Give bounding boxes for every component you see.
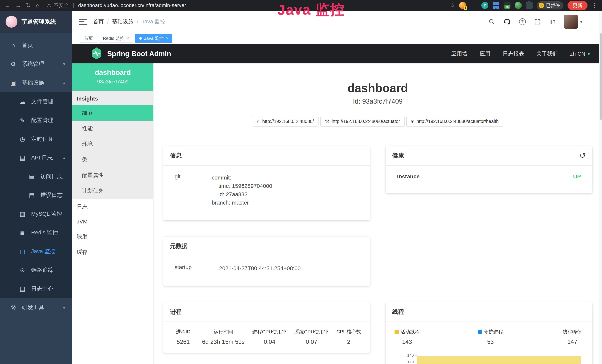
annotation-text: Java 监控 — [277, 0, 345, 20]
live-threads-swatch-icon — [395, 330, 399, 334]
instance-nav-jvm[interactable]: JVM — [72, 214, 153, 229]
y-extension-icon[interactable]: Y — [481, 2, 488, 9]
sidebar-item-system-mgmt[interactable]: ⚙ 系统管理 ▾ — [0, 55, 72, 74]
app-title: 芋道管理系统 — [22, 18, 56, 26]
fox-extension-icon[interactable]: 1 — [459, 2, 466, 9]
font-size-icon[interactable]: TT — [549, 18, 555, 25]
instance-nav-scheduled-tasks[interactable]: 计划任务 — [72, 183, 153, 199]
breadcrumb-separator: / — [107, 19, 109, 25]
instance-nav-logs[interactable]: 日志 — [72, 199, 153, 214]
fullscreen-icon[interactable] — [534, 19, 541, 25]
tab-redis-monitor[interactable]: Redis 监控 × — [99, 34, 133, 43]
tab-home[interactable]: 首页 — [80, 34, 97, 43]
search-icon[interactable] — [488, 18, 495, 25]
browser-menu-icon[interactable]: ⋮ — [592, 2, 598, 8]
link-url: http://192.168.0.2:48080/actuator/health — [416, 119, 499, 124]
document-icon: ▤ — [28, 192, 36, 199]
health-url-link[interactable]: ♥ http://192.168.0.2:48080/actuator/heal… — [406, 116, 503, 127]
info-card-title: 信息 — [170, 151, 182, 160]
user-avatar[interactable]: ▾ — [564, 15, 582, 29]
threads-chart: 140 120 100 — [395, 352, 584, 364]
sidebar-item-label: Redis 监控 — [31, 229, 58, 236]
log-icon: ▤ — [19, 154, 26, 161]
grid-extension-icon[interactable] — [493, 2, 499, 9]
instance-url-link[interactable]: ⌂ http://192.168.0.2:48080/ — [252, 116, 318, 127]
browser-back-icon[interactable]: ← — [4, 2, 10, 8]
sidebar-item-config-mgmt[interactable]: ✎ 配置管理 — [0, 111, 72, 130]
logo-image — [6, 16, 17, 28]
bookmark-star-icon[interactable]: ☆ — [450, 2, 455, 8]
process-metric: 运行时间 6d 23h 15m 59s — [202, 329, 245, 345]
edit-icon: ✎ — [19, 117, 26, 124]
instance-nav-details[interactable]: 细节 — [72, 105, 153, 121]
instance-nav-caches[interactable]: 缓存 — [72, 244, 153, 260]
browser-forward-icon[interactable]: → — [15, 2, 21, 8]
sidebar-item-java-monitor[interactable]: ▢ Java 监控 — [0, 242, 72, 261]
sba-nav-applications[interactable]: 应用 — [480, 50, 490, 57]
sba-nav-wallboard[interactable]: 应用墙 — [451, 50, 467, 57]
git-branch-line: branch: master — [212, 198, 272, 207]
mysql-icon: ▦ — [19, 211, 26, 217]
git-id-line: id: 27aa832 — [212, 190, 272, 198]
sidebar-item-dev-tools[interactable]: ⚒ 研发工具 ▾ — [0, 298, 72, 317]
sba-nav-about[interactable]: 关于我们 — [536, 50, 558, 57]
instance-header[interactable]: dashboard 93a3fc7f7409 — [72, 64, 153, 91]
process-metric: CPU核心数 2 — [336, 329, 361, 345]
github-icon[interactable] — [504, 18, 511, 25]
sidebar-item-infrastructure[interactable]: ▣ 基础设施 ▴ — [0, 74, 72, 92]
sidebar-item-label: 文件管理 — [31, 98, 54, 105]
close-icon[interactable]: × — [166, 36, 168, 41]
drop-extension-icon[interactable] — [470, 2, 477, 9]
instance-nav-config-props[interactable]: 配置属性 — [72, 167, 153, 183]
status-badge: UP — [573, 173, 581, 180]
sidebar-item-log-center[interactable]: ▤ 日志中心 — [0, 279, 72, 298]
tab-java-monitor[interactable]: Java 监控 × — [135, 34, 172, 43]
sidebar-item-api-logs[interactable]: ▤ API 日志 ▴ — [0, 148, 72, 167]
instance-links: ⌂ http://192.168.0.2:48080/ ⚒ http://192… — [163, 116, 592, 127]
leaf-extension-icon[interactable] — [515, 2, 522, 9]
sidebar-item-mysql-monitor[interactable]: ▦ MySQL 监控 — [0, 204, 72, 223]
sba-locale-select[interactable]: zh-CN ▾ — [570, 51, 590, 57]
breadcrumb-home[interactable]: 首页 — [93, 18, 104, 25]
paused-badge[interactable]: ☺ 已暂停 — [537, 1, 563, 10]
actuator-url-link[interactable]: ⚒ http://192.168.0.2:48080/actuator — [320, 116, 405, 127]
sidebar-item-tracing[interactable]: ⊙ 链路追踪 — [0, 261, 72, 279]
sidebar-item-redis-monitor[interactable]: ≣ Redis 监控 — [0, 223, 72, 242]
browser-update-button[interactable]: 更新 — [568, 1, 588, 10]
instance-nav-mappings[interactable]: 映射 — [72, 229, 153, 244]
sidebar-item-label: 链路追踪 — [31, 266, 54, 274]
help-icon[interactable]: ? — [519, 18, 526, 25]
tags-view: 首页 Redis 监控 × Java 监控 × — [72, 33, 602, 44]
chevron-down-icon: ▾ — [588, 51, 590, 57]
tab-label: 首页 — [84, 35, 93, 41]
breadcrumb: 首页 / 基础设施 / Java 监控 — [93, 18, 165, 25]
history-icon[interactable]: ↺ — [579, 152, 586, 159]
instance-nav-metrics[interactable]: 性能 — [72, 121, 153, 136]
puzzle-extension-icon[interactable] — [526, 2, 533, 9]
hamburger-icon[interactable] — [79, 19, 87, 25]
chevron-down-icon: ▾ — [63, 305, 65, 310]
sidebar-item-scheduled-jobs[interactable]: ◷ 定时任务 — [0, 130, 72, 148]
tab-label: Redis 监控 — [103, 35, 124, 41]
sidebar-item-error-logs[interactable]: ▤ 错误日志 — [0, 186, 72, 204]
instance-nav-environment[interactable]: 环境 — [72, 136, 153, 152]
daemon-threads-swatch-icon — [478, 330, 482, 334]
on-extension-icon[interactable]: on — [504, 2, 511, 9]
app-logo[interactable]: 芋道管理系统 — [0, 11, 72, 33]
scrollbar-thumb[interactable] — [600, 33, 602, 120]
address-bar[interactable]: ⚠ 不安全 | dashboard.yudao.iocoder.cn/infra… — [47, 2, 186, 9]
sidebar-item-access-logs[interactable]: ▤ 访问日志 — [0, 167, 72, 186]
sidebar-item-home[interactable]: ⌂ 首页 — [0, 36, 72, 55]
sidebar-item-file-mgmt[interactable]: ☁ 文件管理 — [0, 92, 72, 111]
instance-nav-classes[interactable]: 类 — [72, 152, 153, 167]
active-dot-icon — [139, 37, 142, 40]
sba-nav-journal[interactable]: 日志报表 — [503, 50, 524, 57]
breadcrumb-infrastructure[interactable]: 基础设施 — [112, 18, 133, 25]
home-icon: ⌂ — [9, 42, 17, 49]
health-key: Instance — [397, 173, 420, 180]
browser-home-icon[interactable]: ⌂ — [36, 2, 39, 8]
browser-reload-icon[interactable]: ↻ — [26, 2, 31, 8]
infrastructure-icon: ▣ — [9, 79, 17, 86]
info-key: git — [175, 173, 212, 207]
close-icon[interactable]: × — [127, 36, 129, 41]
